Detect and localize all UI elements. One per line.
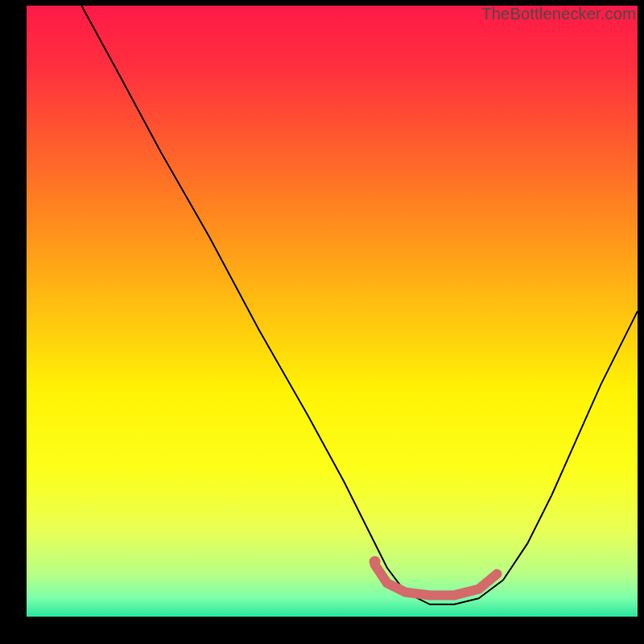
chart-curves: [27, 6, 638, 617]
watermark-text: TheBottlenecker.com: [481, 5, 636, 23]
marker-dot: [369, 556, 381, 568]
bottleneck-curve: [81, 6, 638, 605]
plot-area: [27, 6, 638, 617]
highlight-segment: [375, 564, 497, 595]
chart-frame: TheBottlenecker.com: [0, 0, 644, 644]
